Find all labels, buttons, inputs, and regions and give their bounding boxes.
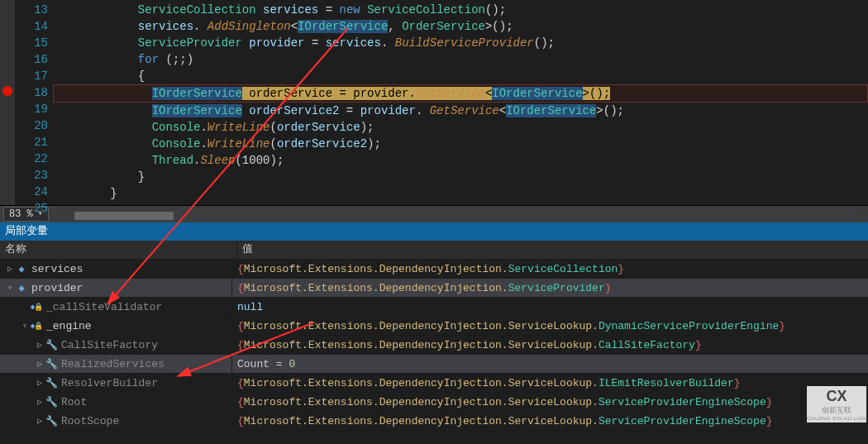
line-number: 22 (15, 150, 48, 167)
variable-name: _engine (46, 320, 92, 332)
property-icon: 🔧 (45, 376, 58, 389)
chevron-right-icon[interactable]: ▷ (35, 359, 45, 369)
private-field-icon: ◈🔒 (30, 319, 43, 332)
code-line[interactable]: services. AddSingleton<IOrderService, Or… (55, 18, 868, 35)
line-number: 17 (15, 68, 48, 84)
line-number: 25 (15, 200, 48, 217)
column-header-name[interactable]: 名称 (0, 241, 237, 259)
variable-value: null (232, 301, 868, 313)
line-number: 15 (15, 35, 48, 51)
property-icon: 🔧 (45, 414, 58, 427)
breakpoint-gutter[interactable] (0, 0, 15, 205)
variable-value: Count = 0 (232, 358, 868, 370)
line-number: 13 (15, 2, 48, 18)
chevron-right-icon[interactable]: ▷ (35, 397, 45, 407)
property-icon: 🔧 (45, 357, 58, 370)
locals-row[interactable]: ▿◈🔒_engine{Microsoft.Extensions.Dependen… (0, 317, 868, 336)
code-line[interactable]: } (55, 185, 868, 202)
code-line[interactable]: Console.WriteLine(orderService2); (55, 136, 868, 152)
locals-row[interactable]: ▷🔧RootScope{Microsoft.Extensions.Depende… (0, 412, 868, 431)
chevron-down-icon[interactable]: ▿ (5, 283, 15, 293)
line-number: 24 (15, 184, 48, 200)
locals-row[interactable]: ▷🔧Root{Microsoft.Extensions.DependencyIn… (0, 393, 868, 412)
code-line[interactable]: IOrderService orderService = provider.Ge… (53, 84, 868, 103)
locals-window-title: 局部变量 (0, 222, 868, 241)
chevron-down-icon[interactable]: ▿ (20, 321, 30, 331)
property-icon: 🔧 (45, 395, 58, 408)
code-editor[interactable]: 13141516171819202122232425 ServiceCollec… (0, 0, 868, 205)
code-line[interactable]: { (55, 68, 868, 84)
chevron-right-icon[interactable]: ▷ (5, 264, 15, 274)
variable-value: {Microsoft.Extensions.DependencyInjectio… (232, 377, 868, 389)
line-number: 20 (15, 117, 48, 134)
locals-row[interactable]: ▷🔧RealizedServicesCount = 0 (0, 355, 868, 374)
locals-grid-header: 名称 值 (0, 241, 868, 260)
variable-value: {Microsoft.Extensions.DependencyInjectio… (232, 282, 868, 294)
code-line[interactable]: Console.WriteLine(orderService); (55, 119, 868, 136)
variable-name: ResolverBuilder (61, 377, 158, 389)
breakpoint-icon[interactable] (2, 86, 12, 96)
line-number: 16 (15, 51, 48, 68)
locals-row[interactable]: ◈🔒_callSiteValidatornull (0, 298, 868, 317)
locals-tree[interactable]: ▷◈services{Microsoft.Extensions.Dependen… (0, 260, 868, 431)
code-line[interactable]: IOrderService orderService2 = provider. … (55, 103, 868, 119)
locals-row[interactable]: ▷🔧CallSiteFactory{Microsoft.Extensions.D… (0, 336, 868, 355)
line-number-gutter: 13141516171819202122232425 (15, 0, 55, 205)
locals-row[interactable]: ▷◈services{Microsoft.Extensions.Dependen… (0, 260, 868, 279)
code-area[interactable]: ServiceCollection services = new Service… (55, 0, 868, 205)
line-number: 19 (15, 101, 48, 117)
code-line[interactable]: Thread.Sleep(1000); (55, 152, 868, 169)
variable-value: {Microsoft.Extensions.DependencyInjectio… (232, 263, 868, 275)
chevron-right-icon[interactable]: ▷ (35, 378, 45, 388)
line-number: 14 (15, 18, 48, 35)
line-number: 23 (15, 167, 48, 184)
editor-horizontal-scrollbar[interactable] (74, 210, 856, 222)
watermark: CX 创新互联 CHUANG XIN HU LIAN (807, 386, 866, 423)
variable-value: {Microsoft.Extensions.DependencyInjectio… (232, 396, 868, 408)
code-line[interactable]: } (55, 169, 868, 185)
object-icon: ◈ (15, 262, 28, 275)
column-header-value[interactable]: 值 (237, 241, 868, 259)
variable-value: {Microsoft.Extensions.DependencyInjectio… (232, 415, 868, 427)
code-line[interactable]: ServiceProvider provider = services. Bui… (55, 35, 868, 51)
line-number: 21 (15, 134, 48, 150)
code-line[interactable]: ServiceCollection services = new Service… (55, 2, 868, 18)
variable-name: services (31, 263, 83, 275)
variable-name: provider (31, 282, 83, 294)
chevron-right-icon[interactable]: ▷ (35, 416, 45, 426)
variable-name: RealizedServices (61, 358, 165, 370)
property-icon: 🔧 (45, 338, 58, 351)
code-line[interactable]: for (;;) (55, 51, 868, 68)
chevron-right-icon[interactable]: ▷ (35, 340, 45, 350)
line-number: 18 (15, 84, 48, 101)
locals-row[interactable]: ▿◈provider{Microsoft.Extensions.Dependen… (0, 279, 868, 298)
variable-value: {Microsoft.Extensions.DependencyInjectio… (232, 339, 868, 351)
variable-name: CallSiteFactory (61, 339, 158, 351)
object-icon: ◈ (15, 281, 28, 294)
private-field-icon: ◈🔒 (30, 300, 43, 313)
variable-name: Root (61, 396, 87, 408)
variable-name: _callSiteValidator (46, 301, 162, 313)
locals-row[interactable]: ▷🔧ResolverBuilder{Microsoft.Extensions.D… (0, 374, 868, 393)
variable-value: {Microsoft.Extensions.DependencyInjectio… (232, 320, 868, 332)
variable-name: RootScope (61, 415, 119, 427)
